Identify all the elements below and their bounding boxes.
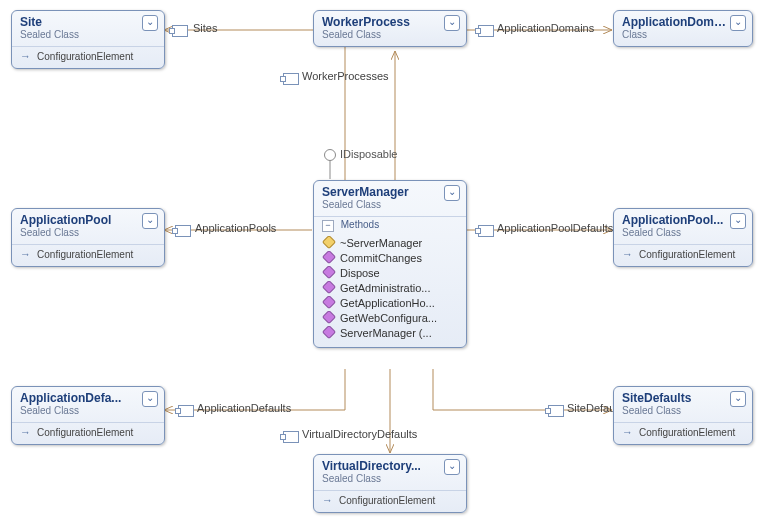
expand-toggle-icon[interactable]: ⌄ [730,15,746,31]
idisposable-label: IDisposable [340,148,397,160]
class-header: ServerManager Sealed Class ⌄ [314,181,466,216]
inherit-arrow-icon: → [20,248,31,260]
method-item[interactable]: GetWebConfigura... [322,311,458,326]
apppooldef-prop-icon [478,225,494,237]
class-stereotype: Sealed Class [622,405,744,416]
class-box-site[interactable]: Site Sealed Class ⌄ → ConfigurationEleme… [11,10,165,69]
method-name: GetWebConfigura... [340,312,437,324]
method-name: Dispose [340,267,380,279]
class-title: ApplicationDomain [622,15,744,29]
base-class: ConfigurationElement [37,249,133,260]
class-stereotype: Sealed Class [322,29,458,40]
class-stereotype: Sealed Class [322,473,458,484]
assoc-label-workerprocesses: WorkerProcesses [302,70,389,82]
method-icon [322,266,336,279]
base-row: → ConfigurationElement [614,244,752,266]
inherit-arrow-icon: → [622,248,633,260]
class-header: ApplicationPool... Sealed Class ⌄ [614,209,752,244]
class-box-applicationdefaults[interactable]: ApplicationDefa... Sealed Class ⌄ → Conf… [11,386,165,445]
class-title: ApplicationPool... [622,213,744,227]
method-icon [322,281,336,294]
method-name: CommitChanges [340,252,422,264]
expand-toggle-icon[interactable]: ⌄ [730,391,746,407]
methods-list: ~ServerManager CommitChanges Dispose Get… [314,234,466,347]
collapse-icon[interactable]: − [322,220,334,232]
base-class: ConfigurationElement [639,249,735,260]
class-stereotype: Sealed Class [622,227,744,238]
assoc-label-appdef: ApplicationDefaults [197,402,291,414]
sitedef-prop-icon [548,405,564,417]
class-title: ApplicationDefa... [20,391,156,405]
base-row: → ConfigurationElement [314,490,466,512]
method-name: ~ServerManager [340,237,422,249]
base-row: → ConfigurationElement [12,422,164,444]
workerprocesses-prop-icon [283,73,299,85]
class-header: ApplicationDomain Class ⌄ [614,11,752,46]
class-title: Site [20,15,156,29]
class-header: SiteDefaults Sealed Class ⌄ [614,387,752,422]
inherit-arrow-icon: → [20,50,31,62]
method-item[interactable]: CommitChanges [322,251,458,266]
expand-toggle-icon[interactable]: ⌄ [444,459,460,475]
class-box-applicationdomain[interactable]: ApplicationDomain Class ⌄ [613,10,753,47]
base-class: ConfigurationElement [339,495,435,506]
method-item[interactable]: ServerManager (... [322,326,458,341]
class-stereotype: Sealed Class [20,29,156,40]
class-title: ServerManager [322,185,458,199]
apppools-prop-icon [175,225,191,237]
class-box-applicationpool[interactable]: ApplicationPool Sealed Class ⌄ → Configu… [11,208,165,267]
class-title: WorkerProcess [322,15,458,29]
base-class: ConfigurationElement [37,51,133,62]
method-item[interactable]: GetApplicationHo... [322,296,458,311]
methods-section-header[interactable]: − Methods [314,216,466,234]
method-name: GetApplicationHo... [340,297,435,309]
vdirdef-prop-icon [283,431,299,443]
appdef-prop-icon [178,405,194,417]
method-icon [322,311,336,324]
class-header: Site Sealed Class ⌄ [12,11,164,46]
sites-prop-icon [172,25,188,37]
method-item[interactable]: ~ServerManager [322,236,458,251]
method-icon [322,251,336,264]
class-stereotype: Class [622,29,744,40]
method-item[interactable]: GetAdministratio... [322,281,458,296]
assoc-label-appdomains: ApplicationDomains [497,22,594,34]
assoc-label-apppooldef: ApplicationPoolDefaults [497,222,613,234]
class-header: ApplicationDefa... Sealed Class ⌄ [12,387,164,422]
class-box-applicationpooldefaults[interactable]: ApplicationPool... Sealed Class ⌄ → Conf… [613,208,753,267]
base-class: ConfigurationElement [37,427,133,438]
method-item[interactable]: Dispose [322,266,458,281]
inherit-arrow-icon: → [20,426,31,438]
class-stereotype: Sealed Class [322,199,458,210]
assoc-label-vdirdef: VirtualDirectoryDefaults [302,428,417,440]
class-header: VirtualDirectory... Sealed Class ⌄ [314,455,466,490]
base-row: → ConfigurationElement [12,244,164,266]
method-icon [322,296,336,309]
class-stereotype: Sealed Class [20,227,156,238]
expand-toggle-icon[interactable]: ⌄ [142,391,158,407]
method-name: ServerManager (... [340,327,432,339]
idisposable-lollipop-icon [324,149,336,161]
base-row: → ConfigurationElement [12,46,164,68]
class-box-workerprocess[interactable]: WorkerProcess Sealed Class ⌄ [313,10,467,47]
expand-toggle-icon[interactable]: ⌄ [730,213,746,229]
expand-toggle-icon[interactable]: ⌄ [142,213,158,229]
class-box-servermanager[interactable]: ServerManager Sealed Class ⌄ − Methods ~… [313,180,467,348]
class-box-sitedefaults[interactable]: SiteDefaults Sealed Class ⌄ → Configurat… [613,386,753,445]
destructor-icon [322,236,336,249]
class-title: ApplicationPool [20,213,156,227]
base-class: ConfigurationElement [639,427,735,438]
class-title: VirtualDirectory... [322,459,458,473]
class-box-virtualdirectorydefaults[interactable]: VirtualDirectory... Sealed Class ⌄ → Con… [313,454,467,513]
class-stereotype: Sealed Class [20,405,156,416]
expand-toggle-icon[interactable]: ⌄ [142,15,158,31]
class-header: WorkerProcess Sealed Class ⌄ [314,11,466,46]
inherit-arrow-icon: → [622,426,633,438]
method-name: GetAdministratio... [340,282,430,294]
assoc-label-apppools: ApplicationPools [195,222,276,234]
expand-toggle-icon[interactable]: ⌄ [444,185,460,201]
methods-header-label: Methods [341,219,379,230]
assoc-label-sites: Sites [193,22,217,34]
expand-toggle-icon[interactable]: ⌄ [444,15,460,31]
method-icon [322,326,336,339]
